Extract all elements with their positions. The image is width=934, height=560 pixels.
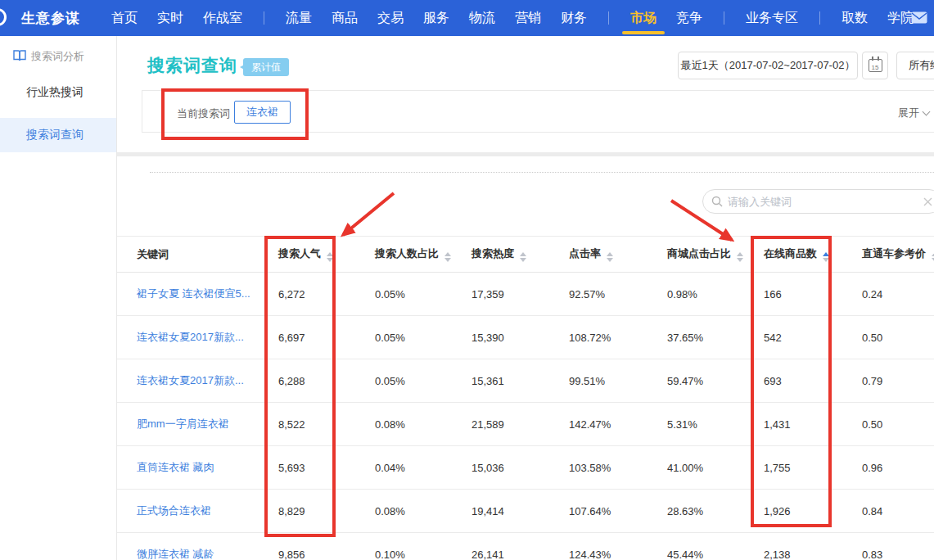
cell-value: 2,138 xyxy=(764,549,791,560)
nav-item-15[interactable]: 业务专区 xyxy=(746,0,798,36)
cell-value: 59.47% xyxy=(667,375,703,387)
sidebar-item-industry-hot-words[interactable]: 行业热搜词 xyxy=(0,75,116,110)
nav-item-10[interactable]: 财务 xyxy=(561,0,587,36)
sort-icon[interactable] xyxy=(823,252,829,262)
nav-divider xyxy=(264,11,264,25)
nav-item-17[interactable]: 取数 xyxy=(842,0,868,36)
table-cell: 15,361 xyxy=(467,359,566,403)
table-cell: 0.83 xyxy=(860,533,934,560)
table-cell: 0.24 xyxy=(860,273,934,316)
keyword-link[interactable]: 连衣裙女夏2017新款... xyxy=(137,374,244,386)
table-row: 连衣裙女夏2017新款...6,6970.05%15,390108.72%37.… xyxy=(117,316,934,359)
table-row: 正式场合连衣裙8,8290.08%19,414107.64%28.63%1,92… xyxy=(117,490,934,533)
nav-item-2[interactable]: 作战室 xyxy=(203,0,242,36)
nav-item-12[interactable]: 市场 xyxy=(630,0,657,36)
nav-item-6[interactable]: 交易 xyxy=(377,0,404,36)
keyword-link[interactable]: 连衣裙女夏2017新款... xyxy=(137,331,244,343)
sort-icon[interactable] xyxy=(520,252,526,262)
cell-value: 542 xyxy=(764,332,782,344)
table-cell: 2,138 xyxy=(762,533,860,560)
nav-item-0[interactable]: 首页 xyxy=(111,0,138,36)
expand-toggle[interactable]: 展开 xyxy=(898,106,929,120)
dotted-divider xyxy=(150,172,934,173)
column-header-5[interactable]: 商城点击占比 xyxy=(664,237,762,273)
clear-icon[interactable] xyxy=(923,197,932,206)
table-cell: 142.47% xyxy=(566,403,664,446)
keyword-link[interactable]: 直筒连衣裙 藏肉 xyxy=(137,461,214,473)
cell-value: 9,856 xyxy=(278,549,305,560)
current-keyword-tag[interactable]: 连衣裙 xyxy=(234,101,291,124)
column-header-6[interactable]: 在线商品数 xyxy=(762,237,860,273)
table-cell: 0.05% xyxy=(371,359,467,403)
column-label: 搜索人数占比 xyxy=(375,247,439,260)
cell-value: 1,431 xyxy=(764,418,791,431)
mail-icon[interactable] xyxy=(911,11,927,27)
terminal-select-button[interactable]: 所有终端 xyxy=(896,52,934,79)
table-row: 直筒连衣裙 藏肉5,6930.04%15,036103.58%41.00%1,7… xyxy=(117,446,934,490)
table-cell: 0.08% xyxy=(371,403,467,446)
nav-item-18[interactable]: 学院 xyxy=(887,0,914,36)
sort-icon[interactable] xyxy=(327,252,333,262)
table-cell: 5,693 xyxy=(273,446,371,490)
table-cell: 0.05% xyxy=(371,273,467,316)
keyword-link[interactable]: 裙子女夏 连衣裙便宜5... xyxy=(137,287,250,300)
column-header-7[interactable]: 直通车参考价 xyxy=(860,237,934,273)
cell-value: 0.83 xyxy=(862,549,882,560)
cell-value: 99.51% xyxy=(569,375,605,387)
table-cell: 166 xyxy=(762,273,860,316)
sidebar-section-label: 搜索词分析 xyxy=(31,49,84,64)
table-cell: 108.72% xyxy=(566,316,664,359)
sort-icon[interactable] xyxy=(737,252,743,262)
keyword-search-input[interactable] xyxy=(728,196,923,208)
column-header-0: 关键词 xyxy=(117,237,273,273)
table-cell: 5.31% xyxy=(664,403,762,446)
table-row: 微胖连衣裙 减龄9,8560.10%26,141124.43%45.44%2,1… xyxy=(117,533,934,560)
table-cell: 6,697 xyxy=(273,316,371,359)
column-header-2[interactable]: 搜索人数占比 xyxy=(371,237,467,273)
cell-value: 6,697 xyxy=(278,332,305,344)
table-cell: 45.44% xyxy=(664,533,762,560)
expand-label: 展开 xyxy=(898,106,919,120)
table-cell: 59.47% xyxy=(664,359,762,403)
nav-items: 首页实时作战室流量商品交易服务物流营销财务市场竞争业务专区取数学院 xyxy=(102,0,923,36)
table-cell: 8,829 xyxy=(273,490,371,533)
cell-value: 0.50 xyxy=(862,332,882,344)
table-cell: 正式场合连衣裙 xyxy=(117,490,273,533)
table-cell: 124.43% xyxy=(566,533,664,560)
cell-value: 15,036 xyxy=(472,462,504,474)
brand-title[interactable]: 生意参谋 xyxy=(21,9,80,28)
column-label: 商城点击占比 xyxy=(667,247,731,260)
table-cell: 99.51% xyxy=(566,359,664,403)
keyword-link[interactable]: 微胖连衣裙 减龄 xyxy=(137,548,214,560)
column-header-1[interactable]: 搜索人气 xyxy=(273,237,371,273)
keyword-link[interactable]: 正式场合连衣裙 xyxy=(137,504,211,517)
cell-value: 0.84 xyxy=(862,505,882,517)
table-cell: 裙子女夏 连衣裙便宜5... xyxy=(117,273,273,316)
cell-value: 0.08% xyxy=(375,505,405,517)
nav-item-4[interactable]: 流量 xyxy=(286,0,312,36)
nav-item-7[interactable]: 服务 xyxy=(423,0,449,36)
cell-value: 108.72% xyxy=(569,332,611,344)
nav-item-1[interactable]: 实时 xyxy=(157,0,183,36)
table-cell: 92.57% xyxy=(566,273,664,316)
keyword-link[interactable]: 肥mm一字肩连衣裙 xyxy=(137,418,229,430)
date-range-button[interactable]: 最近1天（2017-07-02~2017-07-02） xyxy=(678,52,858,79)
sort-icon[interactable] xyxy=(444,252,451,262)
nav-item-5[interactable]: 商品 xyxy=(332,0,358,36)
search-icon xyxy=(711,196,723,207)
column-header-3[interactable]: 搜索热度 xyxy=(467,237,566,273)
section-separator xyxy=(117,152,934,156)
table-cell: 1,755 xyxy=(762,446,860,490)
table-cell: 直筒连衣裙 藏肉 xyxy=(117,446,273,490)
cell-value: 6,272 xyxy=(278,288,305,300)
nav-item-9[interactable]: 营销 xyxy=(515,0,541,36)
table-body: 裙子女夏 连衣裙便宜5...6,2720.05%17,35992.57%0.98… xyxy=(117,273,934,560)
calendar-button[interactable]: 15 xyxy=(862,52,888,79)
sidebar-item-search-word-query[interactable]: 搜索词查询 xyxy=(0,118,116,152)
table-cell: 693 xyxy=(762,359,860,403)
nav-item-13[interactable]: 竞争 xyxy=(676,0,702,36)
column-header-4[interactable]: 点击率 xyxy=(566,237,664,273)
sort-icon[interactable] xyxy=(607,252,613,262)
nav-item-8[interactable]: 物流 xyxy=(469,0,495,36)
cell-value: 26,141 xyxy=(472,549,504,560)
